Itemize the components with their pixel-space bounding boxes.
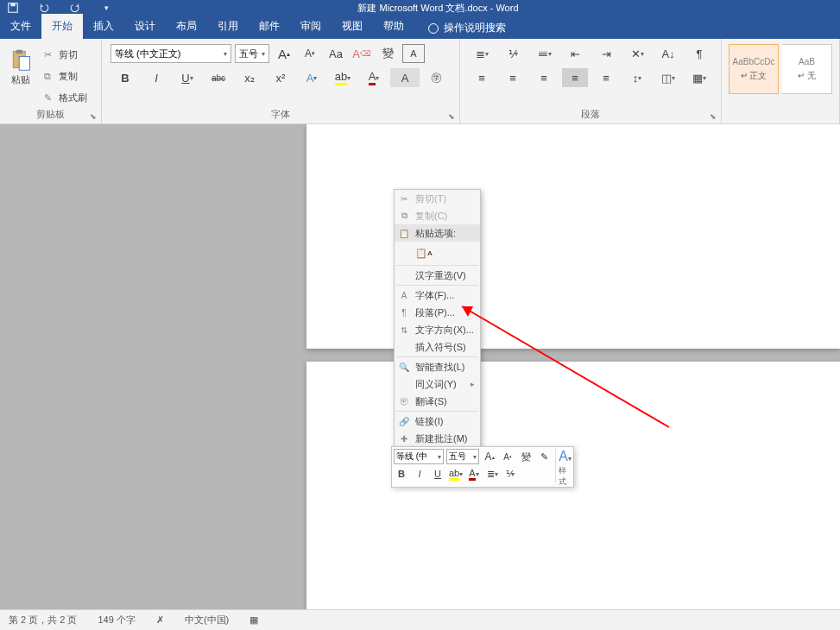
style-normal[interactable]: AaBbCcDc ↵ 正文 xyxy=(729,44,779,94)
superscript-button[interactable]: x² xyxy=(266,68,295,87)
mini-font-color[interactable]: A▾ xyxy=(466,466,482,482)
separator xyxy=(396,285,478,286)
clear-format-button[interactable]: A⌫ xyxy=(351,44,373,63)
mini-highlight[interactable]: ab▾ xyxy=(448,466,464,482)
ctx-text-direction[interactable]: ⇅文字方向(X)... xyxy=(395,321,480,338)
tab-references[interactable]: 引用 xyxy=(207,14,249,39)
show-marks-button[interactable]: ¶ xyxy=(686,44,712,63)
page-1[interactable] xyxy=(306,124,840,349)
text-effects-button[interactable]: A ▾ xyxy=(297,68,326,87)
undo-icon[interactable] xyxy=(38,2,50,14)
tab-layout[interactable]: 布局 xyxy=(166,14,207,39)
paste-button[interactable]: 粘贴 xyxy=(3,44,38,90)
format-painter-button[interactable]: ✎格式刷 xyxy=(41,89,87,106)
subscript-button[interactable]: x₂ xyxy=(235,68,264,87)
underline-button[interactable]: U ▾ xyxy=(173,68,202,87)
mini-italic[interactable]: I xyxy=(412,466,427,482)
tab-home[interactable]: 开始 xyxy=(41,14,83,39)
change-case-button[interactable]: Aa xyxy=(325,44,347,63)
mini-bold[interactable]: B xyxy=(394,466,409,482)
line-spacing-button[interactable]: ↕▾ xyxy=(624,68,650,87)
bullets-button[interactable]: ≣▾ xyxy=(469,44,495,63)
sort-button[interactable]: A↓ xyxy=(655,44,681,63)
style-no-spacing[interactable]: AaB ↵ 无 xyxy=(782,44,832,94)
redo-icon[interactable] xyxy=(69,2,81,14)
qat-more-icon[interactable]: ▾ xyxy=(100,2,112,14)
shrink-font-button[interactable]: A▾ xyxy=(299,44,321,63)
group-paragraph-label: 段落 xyxy=(464,106,717,123)
mini-phonetic[interactable]: 變 xyxy=(518,449,534,464)
mini-font-combo[interactable]: 等线 (中▾ xyxy=(394,449,444,464)
ctx-new-comment[interactable]: ✚新建批注(M) xyxy=(395,430,480,447)
status-macro-icon[interactable]: ▦ xyxy=(249,614,258,626)
tab-file[interactable]: 文件 xyxy=(0,14,41,39)
bold-button[interactable]: B xyxy=(111,68,140,87)
ctx-translate[interactable]: ㊥翻译(S) xyxy=(395,393,480,410)
mini-size-combo[interactable]: 五号▾ xyxy=(446,449,479,464)
ctx-copy[interactable]: ⧉复制(C) xyxy=(395,207,480,224)
enclose-char-button[interactable]: ㊫ xyxy=(421,68,451,87)
svg-rect-1 xyxy=(10,3,15,7)
copy-button[interactable]: ⧉复制 xyxy=(41,67,87,85)
ctx-link[interactable]: 🔗链接(I) xyxy=(395,413,480,430)
mini-grow-font[interactable]: A▴ xyxy=(482,449,497,464)
tell-me-search[interactable]: 操作说明搜索 xyxy=(421,17,513,39)
shading-button[interactable]: ◫▾ xyxy=(655,68,681,87)
increase-indent-button[interactable]: ⇥ xyxy=(593,44,619,63)
status-proofing-icon[interactable]: ✗ xyxy=(156,614,164,626)
tab-design[interactable]: 设计 xyxy=(124,14,166,39)
strikethrough-button[interactable]: abc xyxy=(204,68,233,87)
ctx-reconvert[interactable]: 汉字重选(V) xyxy=(395,267,480,284)
chevron-right-icon: ▸ xyxy=(471,380,475,388)
numbering-button[interactable]: ⅟▾ xyxy=(500,44,526,63)
mini-underline[interactable]: U xyxy=(430,466,445,482)
align-left-button[interactable]: ≡ xyxy=(469,68,495,87)
status-word-count[interactable]: 149 个字 xyxy=(98,614,135,627)
font-color-button[interactable]: A▾ xyxy=(359,68,388,87)
mini-format-painter[interactable]: ✎ xyxy=(536,449,552,464)
tab-insert[interactable]: 插入 xyxy=(83,14,124,39)
multilevel-button[interactable]: ⩸▾ xyxy=(531,44,557,63)
align-right-button[interactable]: ≡ xyxy=(531,68,557,87)
font-size-combo[interactable]: 五号▾ xyxy=(235,44,269,63)
ctx-smart-lookup[interactable]: 🔍智能查找(L) xyxy=(395,358,480,375)
font-launcher-icon[interactable]: ⬊ xyxy=(448,112,457,121)
mini-shrink-font[interactable]: A▾ xyxy=(500,449,515,464)
ctx-cut[interactable]: ✂剪切(T) xyxy=(395,190,480,207)
mini-bullets[interactable]: ≣▾ xyxy=(484,466,500,482)
paste-keep-text-button[interactable]: 📋A xyxy=(415,244,433,261)
ctx-font[interactable]: A字体(F)... xyxy=(395,287,480,304)
mini-styles-button[interactable]: A▾ 样式 xyxy=(559,449,572,485)
tab-review[interactable]: 审阅 xyxy=(290,14,332,39)
scissors-icon: ✂ xyxy=(398,194,410,204)
clipboard-launcher-icon[interactable]: ⬊ xyxy=(90,112,98,121)
status-page[interactable]: 第 2 页，共 2 页 xyxy=(9,614,77,627)
highlight-button[interactable]: ab▾ xyxy=(328,68,357,87)
save-icon[interactable] xyxy=(7,2,19,14)
phonetic-guide-button[interactable]: 變 xyxy=(376,44,399,63)
grow-font-button[interactable]: A▴ xyxy=(273,44,295,63)
paragraph-launcher-icon[interactable]: ⬊ xyxy=(710,112,718,121)
italic-button[interactable]: I xyxy=(142,68,171,87)
tab-mailings[interactable]: 邮件 xyxy=(249,14,290,39)
status-language[interactable]: 中文(中国) xyxy=(185,614,229,627)
char-shading-button[interactable]: A xyxy=(390,68,420,87)
window-title: 新建 Microsoft Word 文档.docx - Word xyxy=(112,2,833,15)
borders-button[interactable]: ▦▾ xyxy=(686,68,712,87)
align-center-button[interactable]: ≡ xyxy=(500,68,526,87)
ctx-insert-symbol[interactable]: 插入符号(S) xyxy=(395,338,480,356)
char-border-button[interactable]: A xyxy=(402,44,425,63)
decrease-indent-button[interactable]: ⇤ xyxy=(562,44,588,63)
font-name-combo[interactable]: 等线 (中文正文)▾ xyxy=(111,44,231,63)
distributed-button[interactable]: ≡ xyxy=(593,68,619,87)
cut-button[interactable]: ✂剪切 xyxy=(41,46,87,63)
quick-access-toolbar: ▾ xyxy=(7,2,112,14)
justify-button[interactable]: ≡ xyxy=(562,68,588,87)
mini-numbering[interactable]: ⅟▾ xyxy=(502,466,518,482)
tab-view[interactable]: 视图 xyxy=(332,14,373,39)
ctx-synonyms[interactable]: 同义词(Y)▸ xyxy=(395,375,480,393)
ctx-paragraph[interactable]: ¶段落(P)... xyxy=(395,304,480,321)
separator xyxy=(396,265,478,266)
tab-help[interactable]: 帮助 xyxy=(373,14,414,39)
asian-layout-button[interactable]: ✕▾ xyxy=(624,44,650,63)
